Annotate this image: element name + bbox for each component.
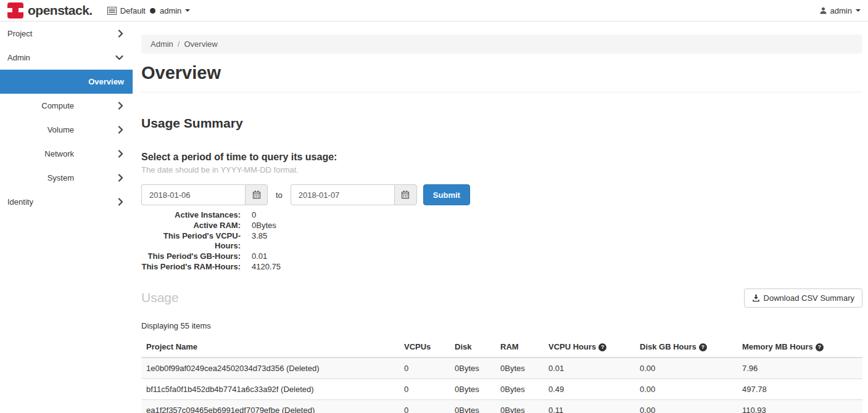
column-header-label: Memory MB Hours [742,342,813,351]
table-row-count: Displaying 55 items [141,321,862,330]
table-header-row: Project NameVCPUsDiskRAMVCPU Hours?Disk … [141,337,862,358]
value-cell: 0.49 [544,378,635,399]
column-header-label: RAM [500,342,519,351]
help-icon[interactable]: ? [699,343,707,351]
column-header-label: Project Name [146,342,197,351]
stat-value: 4120.75 [252,262,281,272]
stat-row: Active RAM:0Bytes [141,221,862,231]
download-csv-button[interactable]: Download CSV Summary [744,288,862,308]
download-csv-label: Download CSV Summary [764,293,854,303]
date-from-group [141,184,268,205]
stat-value: 0 [252,210,256,221]
value-cell: 0Bytes [495,358,544,379]
stat-label: Active Instances: [141,210,241,221]
chevron-right-icon [118,198,123,206]
column-header[interactable]: Disk GB Hours? [635,337,737,358]
table-body: 1e0b0f99af0249cea24502034d73d356 (Delete… [141,358,862,413]
top-navbar: openstack. Default admin admin [0,0,868,22]
sidebar-item-network[interactable]: Network [0,142,133,166]
user-name: admin [830,6,852,15]
sidebar-item-label: Volume [7,125,74,134]
date-to-group [291,184,417,205]
download-icon [752,294,760,302]
chevron-right-icon [118,150,123,158]
project-name-cell: 1e0b0f99af0249cea24502034d73d356 (Delete… [141,358,399,379]
value-cell: 0.01 [544,358,635,379]
date-range-form: to Submit [141,184,862,205]
table-row: bf11c5fa0f1b452db4b7741a6c33a92f (Delete… [141,378,862,399]
context-project: admin [160,6,181,15]
stat-value: 3.85 [252,231,267,252]
main-content: Admin / Overview Overview Usage Summary … [133,22,868,412]
column-header[interactable]: VCPUs [399,337,450,358]
sidebar-item-project[interactable]: Project [0,22,133,46]
stat-label: This Period's GB-Hours: [141,251,241,262]
sidebar-item-identity[interactable]: Identity [0,190,133,214]
breadcrumb-separator: / [178,39,180,49]
column-header[interactable]: Memory MB Hours? [737,337,862,358]
calendar-icon[interactable] [394,184,417,205]
sidebar-item-label: Network [7,149,74,158]
openstack-logo-icon [7,2,23,18]
sidebar-item-overview[interactable]: Overview [0,70,133,94]
table-row: 1e0b0f99af0249cea24502034d73d356 (Delete… [141,358,862,379]
sidebar-item-volume[interactable]: Volume [0,118,133,142]
usage-section-header: Usage Download CSV Summary [141,288,862,308]
domain-list-icon [107,7,117,15]
chevron-right-icon [118,174,123,182]
usage-summary-heading: Usage Summary [141,116,862,131]
chevron-right-icon [118,102,123,110]
value-cell: 0.00 [635,399,737,413]
column-header[interactable]: RAM [495,337,544,358]
user-menu[interactable]: admin [819,6,861,15]
value-cell: 0.00 [635,358,737,379]
context-domain: Default [120,6,146,15]
submit-button[interactable]: Submit [423,184,470,205]
value-cell: 0Bytes [495,378,544,399]
stat-row: This Period's RAM-Hours:4120.75 [141,262,862,272]
chevron-right-icon [118,126,123,134]
sidebar-item-label: Admin [7,53,30,62]
value-cell: 0 [399,399,450,413]
context-switcher[interactable]: Default admin [107,6,191,15]
chevron-down-icon [115,55,123,60]
value-cell: 0.11 [544,399,635,413]
title-divider [141,92,862,92]
dot-separator-icon [150,8,155,14]
page-title: Overview [141,63,862,83]
date-format-help: The date should be in YYYY-MM-DD format. [141,165,862,174]
value-cell: 0Bytes [450,378,495,399]
calendar-icon[interactable] [245,184,268,205]
column-header[interactable]: Project Name [141,337,399,358]
breadcrumb: Admin / Overview [141,35,862,54]
column-header-label: Disk GB Hours [640,342,696,351]
date-range-prompt: Select a period of time to query its usa… [141,152,862,163]
stat-label: Active RAM: [141,221,241,231]
project-name-cell: bf11c5fa0f1b452db4b7741a6c33a92f (Delete… [141,378,399,399]
chevron-right-icon [118,30,123,38]
value-cell: 497.78 [737,378,862,399]
to-label: to [276,190,283,200]
breadcrumb-parent[interactable]: Admin [151,39,173,49]
stat-value: 0.01 [252,251,267,262]
breadcrumb-current: Overview [184,39,217,49]
date-to-input[interactable] [291,184,394,205]
brand-text: openstack. [28,3,93,18]
help-icon[interactable]: ? [598,343,606,351]
sidebar-item-label: Project [7,29,32,38]
help-icon[interactable]: ? [816,343,824,351]
column-header[interactable]: VCPU Hours? [544,337,635,358]
sidebar: Project Admin Overview Compute Volume [0,22,133,412]
sidebar-item-system[interactable]: System [0,166,133,190]
sidebar-item-admin[interactable]: Admin [0,46,133,70]
stat-value: 0Bytes [252,221,276,231]
stat-row: Active Instances:0 [141,210,862,221]
column-header[interactable]: Disk [450,337,495,358]
date-from-input[interactable] [141,184,245,205]
sidebar-item-label: Overview [88,77,124,86]
sidebar-item-label: Compute [7,101,74,110]
sidebar-item-compute[interactable]: Compute [0,94,133,118]
value-cell: 110.93 [737,399,862,413]
sidebar-item-label: System [7,173,74,182]
sidebar-item-label: Identity [7,197,33,206]
